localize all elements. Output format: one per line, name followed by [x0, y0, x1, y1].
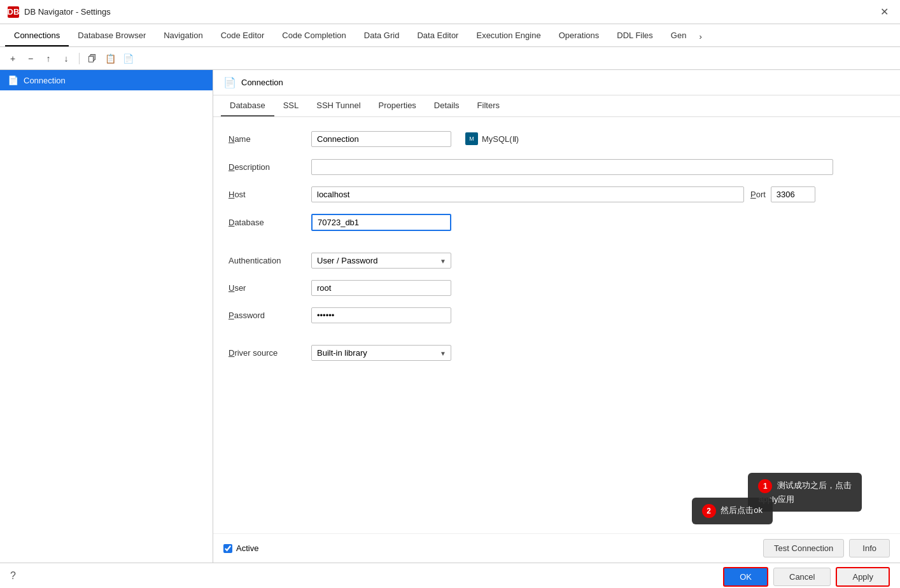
- inner-tab-details[interactable]: Details: [425, 95, 468, 116]
- tab-gen[interactable]: Gen: [662, 25, 696, 46]
- database-input[interactable]: [311, 214, 451, 231]
- annotation-2: 2 然后点击ok: [692, 498, 773, 524]
- help-button[interactable]: ?: [10, 570, 16, 582]
- active-label: Active: [236, 543, 258, 553]
- driver-source-select-wrap: Built-in library ▼: [311, 345, 451, 361]
- spacer2: [229, 335, 885, 345]
- connection-icon: 📄: [8, 75, 18, 85]
- auth-row: Authentication User / Password ▼: [229, 253, 885, 269]
- form-area: Name M MySQL(Ⅱ) Description Host: [213, 117, 900, 533]
- inner-tab-ssh-tunnel[interactable]: SSH Tunnel: [307, 95, 369, 116]
- description-label: Description: [229, 162, 311, 172]
- name-input[interactable]: [311, 131, 451, 147]
- name-label: Name: [229, 134, 311, 144]
- tab-connections[interactable]: Connections: [5, 25, 69, 46]
- password-row: Password: [229, 307, 885, 323]
- spacer: [229, 242, 885, 253]
- port-label: Port: [750, 190, 766, 199]
- apply-button[interactable]: Apply: [836, 567, 890, 587]
- app-icon: DB: [8, 6, 19, 18]
- inner-tab-properties[interactable]: Properties: [370, 95, 425, 116]
- tab-operations[interactable]: Operations: [550, 25, 608, 46]
- inner-tab-filters[interactable]: Filters: [468, 95, 509, 116]
- auth-select[interactable]: User / Password: [311, 253, 451, 269]
- title-bar: DB DB Navigator - Settings ✕: [0, 0, 900, 24]
- driver-source-select[interactable]: Built-in library: [311, 345, 451, 361]
- panel-action-buttons: Test Connection Info: [763, 539, 890, 557]
- inner-tab-ssl[interactable]: SSL: [274, 95, 308, 116]
- active-row: Active Test Connection Info: [213, 533, 900, 563]
- bottom-bar: OK Cancel Apply: [0, 563, 900, 588]
- tab-data-grid[interactable]: Data Grid: [355, 25, 409, 46]
- copy-button[interactable]: 🗍: [85, 51, 100, 66]
- tab-navigation[interactable]: Navigation: [155, 25, 211, 46]
- mysql-icon: M: [465, 132, 478, 145]
- window-title: DB Navigator - Settings: [24, 7, 111, 17]
- info-button[interactable]: Info: [849, 539, 890, 557]
- mysql-button[interactable]: M MySQL(Ⅱ): [459, 130, 525, 148]
- up-button[interactable]: ↑: [41, 51, 56, 66]
- driver-source-label: Driver source: [229, 348, 311, 358]
- panel-connection-title: Connection: [241, 78, 283, 87]
- mysql-label: MySQL(Ⅱ): [482, 134, 519, 144]
- active-checkbox[interactable]: [223, 544, 232, 553]
- tab-code-completion[interactable]: Code Completion: [273, 25, 355, 46]
- description-input[interactable]: [311, 159, 833, 175]
- description-row: Description: [229, 159, 885, 175]
- tab-data-editor[interactable]: Data Editor: [408, 25, 467, 46]
- active-checkbox-wrap[interactable]: Active: [223, 543, 258, 553]
- name-row: Name M MySQL(Ⅱ): [229, 130, 885, 148]
- inner-tab-bar: Database SSL SSH Tunnel Properties Detai…: [213, 95, 900, 117]
- paste-button[interactable]: 📋: [102, 51, 118, 66]
- user-row: User: [229, 280, 885, 296]
- paste2-button[interactable]: 📄: [120, 51, 136, 66]
- title-bar-left: DB DB Navigator - Settings: [8, 6, 111, 18]
- sidebar: 📄 Connection: [0, 70, 213, 563]
- ok-button[interactable]: OK: [723, 567, 768, 587]
- cancel-button[interactable]: Cancel: [773, 568, 831, 586]
- port-group: Port: [750, 186, 815, 202]
- driver-source-row: Driver source Built-in library ▼: [229, 345, 885, 361]
- down-button[interactable]: ↓: [59, 51, 74, 66]
- port-input[interactable]: [771, 186, 815, 202]
- main-tab-bar: Connections Database Browser Navigation …: [0, 24, 900, 47]
- test-connection-button[interactable]: Test Connection: [763, 539, 844, 557]
- host-label: Host: [229, 190, 311, 199]
- remove-button[interactable]: −: [23, 51, 38, 66]
- database-label: Database: [229, 218, 311, 227]
- user-label: User: [229, 283, 311, 293]
- password-input[interactable]: [311, 307, 451, 323]
- tab-execution-engine[interactable]: Execution Engine: [467, 25, 549, 46]
- close-button[interactable]: ✕: [876, 4, 892, 19]
- connection-header: 📄 Connection: [213, 70, 900, 95]
- panel-connection-icon: 📄: [223, 76, 236, 88]
- user-input[interactable]: [311, 280, 451, 296]
- tab-database-browser[interactable]: Database Browser: [69, 25, 155, 46]
- database-row: Database: [229, 214, 885, 231]
- toolbar-divider: [79, 53, 80, 64]
- tab-more-button[interactable]: ›: [695, 27, 705, 46]
- add-button[interactable]: +: [5, 51, 20, 66]
- password-label: Password: [229, 311, 311, 320]
- auth-label: Authentication: [229, 256, 311, 265]
- toolbar: + − ↑ ↓ 🗍 📋 📄: [0, 47, 900, 70]
- host-input[interactable]: [311, 186, 744, 202]
- auth-select-wrap: User / Password ▼: [311, 253, 451, 269]
- host-row: Host Port: [229, 186, 885, 202]
- tab-code-editor[interactable]: Code Editor: [212, 25, 274, 46]
- sidebar-item-connection[interactable]: 📄 Connection: [0, 70, 213, 90]
- inner-tab-database[interactable]: Database: [221, 95, 274, 116]
- annotation-1-number: 1: [758, 479, 772, 493]
- annotation-2-text: 然后点击ok: [721, 505, 763, 515]
- sidebar-item-label: Connection: [24, 76, 66, 85]
- annotation-2-number: 2: [702, 504, 716, 518]
- tab-ddl-files[interactable]: DDL Files: [608, 25, 662, 46]
